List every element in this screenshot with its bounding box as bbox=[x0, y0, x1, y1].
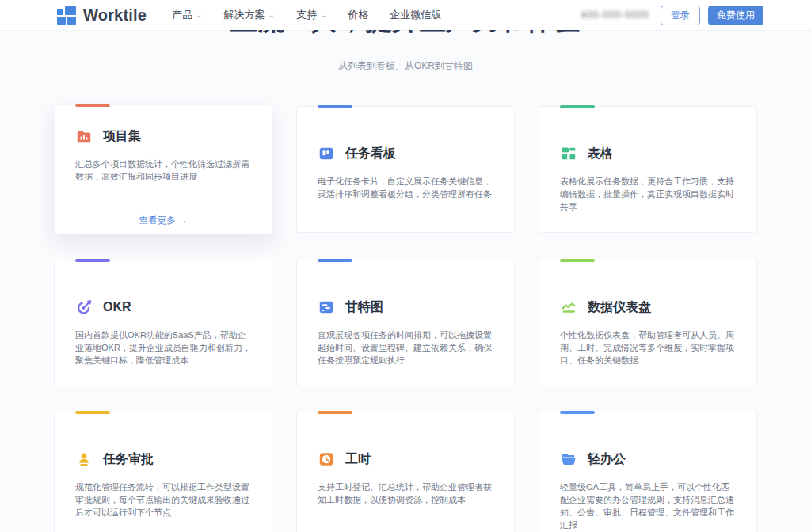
card-description: 直观展现各项任务的时间排期，可以拖拽设置起始时间、设置里程碑、建立依赖关系，确保… bbox=[318, 329, 493, 367]
gantt-icon bbox=[318, 298, 335, 316]
chevron-down-icon: ⌄ bbox=[320, 10, 326, 19]
nav-item-pricing[interactable]: 价格 bbox=[348, 8, 368, 22]
card-title: 数据仪表盘 bbox=[588, 299, 651, 316]
card-title: OKR bbox=[103, 300, 131, 314]
card-title: 轻办公 bbox=[588, 451, 626, 468]
card-title: 项目集 bbox=[103, 128, 141, 145]
card-description: 电子化任务卡片，自定义展示任务关键信息，灵活排序和调整看板分组，分类管理所有任务 bbox=[318, 175, 493, 200]
card-dashboard[interactable]: 数据仪表盘 个性化数据仪表盘，帮助管理者可从人员、周期、工时、完成情况等多个维度… bbox=[539, 260, 757, 386]
card-title: 任务看板 bbox=[345, 146, 396, 162]
okr-icon bbox=[75, 298, 93, 316]
approval-icon bbox=[75, 450, 93, 468]
card-accent-bar bbox=[75, 104, 110, 107]
card-accent-bar bbox=[560, 411, 595, 414]
section-subtitle: 从列表到看板、从OKR到甘特图 bbox=[0, 59, 811, 73]
kanban-icon bbox=[318, 145, 335, 162]
chevron-down-icon: ⌄ bbox=[268, 10, 275, 19]
card-gantt[interactable]: 甘特图 直观展现各项任务的时间排期，可以拖拽设置起始时间、设置里程碑、建立依赖关… bbox=[296, 260, 515, 386]
chevron-down-icon: ⌄ bbox=[196, 10, 202, 19]
worktile-logo-icon bbox=[57, 6, 77, 25]
card-description: 汇总多个项目数据统计，个性化筛选过滤所需数据，高效汇报和同步项目进度 bbox=[75, 158, 251, 183]
nav-item-support[interactable]: 支持 ⌄ bbox=[296, 8, 326, 22]
card-accent-bar bbox=[318, 411, 352, 414]
card-project-portfolio[interactable]: 项目集 汇总多个项目数据统计，个性化筛选过滤所需数据，高效汇报和同步项目进度 查… bbox=[54, 104, 272, 234]
top-navbar: Worktile 产品 ⌄ 解决方案 ⌄ 支持 ⌄ 价格 企业微信版 400-0… bbox=[0, 0, 811, 30]
card-description: 个性化数据仪表盘，帮助管理者可从人员、周期、工时、完成情况等多个维度，实时掌握项… bbox=[560, 329, 736, 367]
card-table[interactable]: 表格 表格化展示任务数据，更符合工作习惯，支持编辑数据，批量操作，真正实现项目数… bbox=[539, 106, 757, 233]
card-footer: 查看更多 → bbox=[55, 207, 272, 234]
card-title: 工时 bbox=[345, 451, 371, 468]
nav-item-label: 价格 bbox=[348, 8, 368, 22]
office-icon bbox=[560, 450, 577, 468]
feature-card-grid: 项目集 汇总多个项目数据统计，个性化筛选过滤所需数据，高效汇报和同步项目进度 查… bbox=[54, 106, 757, 532]
see-more-link[interactable]: 查看更多 → bbox=[139, 215, 188, 226]
brand-name: Worktile bbox=[83, 6, 147, 25]
card-approval[interactable]: 任务审批 规范化管理任务流转，可以根据工作类型设置审批规则，每个节点输出的关键成… bbox=[54, 412, 272, 532]
card-description: 国内首款提供OKR功能的SaaS产品，帮助企业落地OKR，提升企业成员自驱力和创… bbox=[75, 329, 251, 367]
dashboard-icon bbox=[560, 298, 577, 316]
card-title: 表格 bbox=[588, 146, 613, 162]
card-timesheet[interactable]: 工时 支持工时登记、汇总统计，帮助企业管理者获知工时数据，以便协调资源，控制成本 bbox=[296, 412, 515, 532]
nav-item-label: 产品 bbox=[172, 8, 192, 22]
project-portfolio-icon bbox=[75, 127, 93, 145]
timesheet-icon bbox=[318, 450, 335, 468]
card-accent-bar bbox=[318, 105, 352, 108]
nav-item-label: 企业微信版 bbox=[390, 8, 441, 22]
nav-item-label: 支持 bbox=[296, 8, 317, 22]
card-description: 支持工时登记、汇总统计，帮助企业管理者获知工时数据，以便协调资源，控制成本 bbox=[318, 481, 493, 506]
free-trial-button[interactable]: 免费使用 bbox=[708, 6, 763, 25]
card-title: 甘特图 bbox=[345, 299, 383, 316]
card-kanban[interactable]: 任务看板 电子化任务卡片，自定义展示任务关键信息，灵活排序和调整看板分组，分类管… bbox=[296, 106, 515, 233]
nav-item-wecom-edition[interactable]: 企业微信版 bbox=[390, 8, 441, 22]
login-button[interactable]: 登录 bbox=[661, 6, 700, 25]
card-description: 表格化展示任务数据，更符合工作习惯，支持编辑数据，批量操作，真正实现项目数据实时… bbox=[560, 175, 736, 213]
card-description: 规范化管理任务流转，可以根据工作类型设置审批规则，每个节点输出的关键成果验收通过… bbox=[75, 481, 251, 519]
card-accent-bar bbox=[318, 259, 352, 262]
card-accent-bar bbox=[560, 105, 595, 108]
card-light-office[interactable]: 轻办公 轻量级OA工具，简单易上手，可以个性化匹配企业需要的办公管理规则，支持消… bbox=[539, 412, 757, 532]
card-okr[interactable]: OKR 国内首款提供OKR功能的SaaS产品，帮助企业落地OKR，提升企业成员自… bbox=[54, 260, 272, 386]
card-accent-bar bbox=[75, 411, 110, 414]
card-accent-bar bbox=[560, 259, 595, 262]
card-description: 轻量级OA工具，简单易上手，可以个性化匹配企业需要的办公管理规则，支持消息汇总通… bbox=[560, 481, 736, 531]
worktile-logo[interactable]: Worktile bbox=[57, 6, 147, 25]
nav-item-solutions[interactable]: 解决方案 ⌄ bbox=[224, 8, 275, 22]
nav-menu: 产品 ⌄ 解决方案 ⌄ 支持 ⌄ 价格 企业微信版 bbox=[172, 8, 441, 22]
nav-item-products[interactable]: 产品 ⌄ bbox=[172, 8, 202, 22]
nav-item-label: 解决方案 bbox=[224, 8, 265, 22]
card-accent-bar bbox=[75, 259, 110, 262]
table-icon bbox=[560, 145, 577, 162]
card-title: 任务审批 bbox=[103, 451, 154, 468]
phone-number-redacted: 400-000-0000 bbox=[581, 10, 649, 21]
